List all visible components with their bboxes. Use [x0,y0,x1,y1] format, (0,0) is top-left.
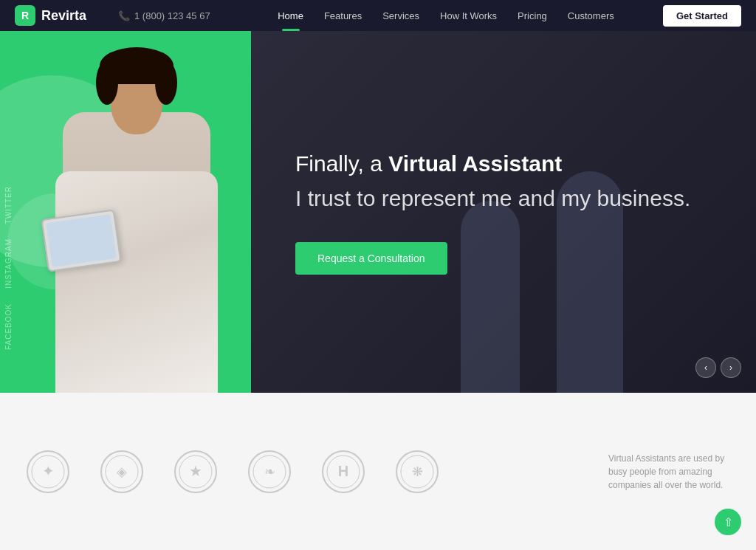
hero-green-panel [0,31,251,393]
nav-links: Home Features Services How It Works Pric… [278,9,614,22]
partner-description: Virtual Assistants are used by busy peop… [608,452,734,492]
hero-subline: I trust to represent me and my business. [295,184,712,213]
social-twitter[interactable]: Twitter [0,179,17,231]
carousel-prev[interactable]: ‹ [695,357,716,378]
bottom-section: ✦ ◈ ★ ❧ [0,393,756,550]
person-hair-side-r [155,61,177,105]
svg-text:★: ★ [189,463,202,479]
phone-icon: 📞 [118,10,130,21]
social-instagram[interactable]: Instagram [0,231,17,296]
nav-item-features[interactable]: Features [324,9,362,22]
partner-badge-2: ◈ [96,446,148,498]
logo-icon: R [15,5,35,26]
logo[interactable]: R Revirta [15,5,103,26]
partner-logos: ✦ ◈ ★ ❧ [22,446,579,498]
partner-badge-5: H [317,446,369,498]
svg-text:◈: ◈ [117,464,127,479]
svg-text:❋: ❋ [412,464,423,479]
carousel-next[interactable]: › [721,357,741,378]
navbar: R Revirta 📞 1 (800) 123 45 67 Home Featu… [0,0,756,31]
hero-person [30,38,244,393]
nav-link-features[interactable]: Features [324,10,362,21]
carousel-arrows: ‹ › [695,357,741,378]
tablet-screen [46,214,116,267]
nav-link-pricing[interactable]: Pricing [518,10,547,21]
nav-link-services[interactable]: Services [382,10,419,21]
nav-link-customers[interactable]: Customers [568,10,614,21]
social-sidebar: Twitter Instagram Facebook [0,179,17,357]
nav-item-home[interactable]: Home [278,9,303,22]
social-facebook[interactable]: Facebook [0,296,17,357]
nav-item-customers[interactable]: Customers [568,9,614,22]
hero-content: Finally, a Virtual Assistant I trust to … [295,149,712,275]
scroll-top-button[interactable]: ⇧ [715,509,741,535]
consultation-button[interactable]: Request a Consultation [295,242,447,275]
phone-area: 📞 1 (800) 123 45 67 [118,10,229,21]
svg-text:❧: ❧ [264,464,275,479]
person-face [111,68,162,134]
nav-link-how-it-works[interactable]: How It Works [440,10,497,21]
headline-bold: Virtual Assistant [388,151,562,176]
person-hair-side-l [96,61,118,105]
nav-item-services[interactable]: Services [382,9,419,22]
partner-badge-6: ❋ [391,446,443,498]
person-jacket [55,171,218,393]
hero-dark-panel: Finally, a Virtual Assistant I trust to … [251,31,756,393]
nav-item-pricing[interactable]: Pricing [518,9,547,22]
svg-text:✦: ✦ [42,463,55,479]
nav-link-home[interactable]: Home [278,10,303,21]
hero-headline: Finally, a Virtual Assistant [295,149,712,178]
get-started-button[interactable]: Get Started [663,5,741,27]
tablet-prop [41,209,121,272]
partner-badge-3: ★ [170,446,221,498]
headline-normal: Finally, a [295,151,382,176]
hero-section: Twitter Instagram Facebook [0,31,756,393]
svg-text:H: H [338,463,348,479]
partner-badge-4: ❧ [244,446,295,498]
logo-text: Revirta [41,8,86,24]
partner-badge-1: ✦ [22,446,74,498]
nav-item-how-it-works[interactable]: How It Works [440,9,497,22]
phone-number: 1 (800) 123 45 67 [134,10,210,21]
